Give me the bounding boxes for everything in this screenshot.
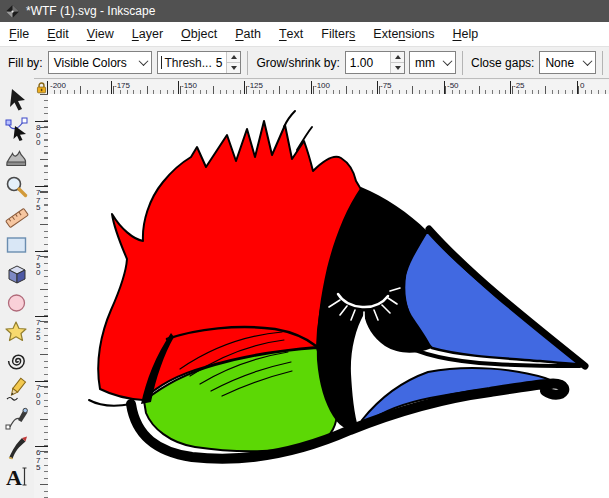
threshold-label: Thresh... <box>162 56 211 70</box>
ruler-label: -200 <box>50 81 66 90</box>
ruler-label: -100 <box>314 81 330 90</box>
grow-shrink-spinner <box>390 52 404 73</box>
inkscape-logo-icon <box>5 4 20 19</box>
menu-file[interactable]: File <box>0 22 38 46</box>
titlebar: *WTF (1).svg - Inkscape <box>0 0 609 22</box>
svg-text:A: A <box>6 465 22 490</box>
ruler-label: -50 <box>447 81 459 90</box>
spin-up-button[interactable] <box>227 52 240 62</box>
menu-filters[interactable]: Filters <box>312 22 364 46</box>
close-gaps-label: Close gaps: <box>471 56 534 70</box>
ruler-label: -25 <box>513 81 525 90</box>
node-editor-tool-icon[interactable] <box>2 114 32 143</box>
ellipse-tool-icon[interactable] <box>2 288 32 317</box>
menu-help[interactable]: Help <box>443 22 487 46</box>
measure-tool-icon[interactable] <box>2 201 32 230</box>
ruler-label: 800 <box>36 124 43 147</box>
toolbar-separator <box>602 51 603 75</box>
ruler-label: 725 <box>36 319 43 342</box>
spin-up-button[interactable] <box>391 52 404 62</box>
star-tool-icon[interactable] <box>2 317 32 346</box>
menu-edit[interactable]: Edit <box>38 22 78 46</box>
menu-view[interactable]: View <box>78 22 123 46</box>
threshold-spinbox[interactable]: Thresh... 5 <box>157 51 241 74</box>
spiral-tool-icon[interactable] <box>2 346 32 375</box>
spin-down-button[interactable] <box>227 62 240 73</box>
ruler-label: 700 <box>36 384 43 407</box>
rectangle-tool-icon[interactable] <box>2 230 32 259</box>
ruler-label: 750 <box>36 254 43 277</box>
toolbox: A <box>0 78 34 498</box>
tool-options-bar: Fill by: Visible Colors Thresh... 5 Grow… <box>0 47 609 79</box>
window-title: *WTF (1).svg - Inkscape <box>26 4 155 18</box>
menu-object[interactable]: Object <box>172 22 226 46</box>
bezier-pen-tool-icon[interactable] <box>2 404 32 433</box>
ruler-label: -125 <box>247 81 263 90</box>
horizontal-ruler[interactable]: -200 -175 -150 -125 -100 -75 -50 -25 0 <box>47 80 609 95</box>
grow-shrink-spinbox[interactable]: 1.00 <box>345 51 405 74</box>
chevron-down-icon[interactable] <box>579 52 595 73</box>
close-gaps-combobox[interactable]: None <box>539 51 596 74</box>
ruler-label: -175 <box>114 81 130 90</box>
toolbar-separator <box>462 51 463 75</box>
chevron-down-icon[interactable] <box>135 52 151 73</box>
ruler-label: 675 <box>36 449 43 472</box>
ruler-label: -150 <box>181 81 197 90</box>
grow-shrink-value: 1.00 <box>346 56 390 70</box>
vertical-ruler[interactable]: 800 775 750 725 700 675 <box>34 94 49 498</box>
box-3d-tool-icon[interactable] <box>2 259 32 288</box>
pencil-tool-icon[interactable] <box>2 375 32 404</box>
calligraphy-tool-icon[interactable] <box>2 433 32 462</box>
unit-value: mm <box>410 56 439 70</box>
fill-by-combobox[interactable]: Visible Colors <box>48 51 153 74</box>
canvas[interactable] <box>48 94 609 498</box>
threshold-spinner <box>226 52 240 73</box>
threshold-value: 5 <box>212 56 227 70</box>
menu-path[interactable]: Path <box>226 22 270 46</box>
toolbar-separator <box>247 51 248 75</box>
close-gaps-value: None <box>540 56 579 70</box>
ruler-label: 775 <box>36 189 43 212</box>
bird-artwork[interactable] <box>48 94 609 498</box>
unit-combobox[interactable]: mm <box>409 51 456 74</box>
spin-down-button[interactable] <box>391 62 404 73</box>
guide-lock-icon[interactable] <box>34 80 48 94</box>
text-tool-icon[interactable]: A <box>2 462 32 491</box>
chevron-down-icon[interactable] <box>439 52 455 73</box>
selector-tool-icon[interactable] <box>2 85 32 114</box>
inkscape-window: *WTF (1).svg - Inkscape File Edit View L… <box>0 0 609 498</box>
ruler-label: 0 <box>580 81 584 90</box>
fill-by-label: Fill by: <box>8 56 43 70</box>
fill-by-value: Visible Colors <box>49 56 136 70</box>
menu-text[interactable]: Text <box>270 22 312 46</box>
menu-extensions[interactable]: Extensions <box>364 22 443 46</box>
tweak-tool-icon[interactable] <box>2 143 32 172</box>
grow-shrink-label: Grow/shrink by: <box>256 56 339 70</box>
menu-layer[interactable]: Layer <box>123 22 172 46</box>
zoom-tool-icon[interactable] <box>2 172 32 201</box>
left-thin-outline <box>89 400 131 406</box>
menubar: File Edit View Layer Object Path Text Fi… <box>0 22 609 47</box>
ruler-label: -75 <box>380 81 392 90</box>
main-area: A -200 -175 -150 -125 -100 -75 -50 -25 <box>0 78 609 498</box>
